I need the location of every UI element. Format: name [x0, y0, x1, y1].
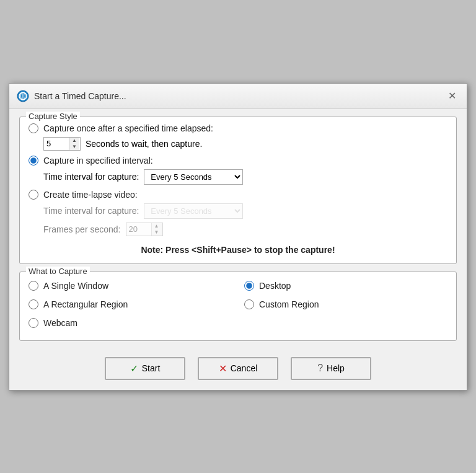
capture-style-label: Capture Style — [26, 112, 80, 121]
capture-style-group: Capture Style Capture once after a speci… — [19, 117, 457, 264]
cancel-icon: ✕ — [219, 363, 227, 374]
radio-desktop-input[interactable] — [244, 281, 254, 291]
dialog-window: Start a Timed Capture... ✕ Capture Style… — [9, 83, 467, 391]
frames-row: Frames per second: ▲ ▼ — [43, 223, 447, 236]
what-to-capture-group: What to Capture A Single Window Desktop … — [19, 272, 457, 341]
spin-arrows: ▲ ▼ — [69, 138, 79, 150]
close-button[interactable]: ✕ — [444, 89, 459, 104]
radio-rectangular-label: A Rectangular Region — [43, 299, 128, 309]
timelapse-interval-dropdown[interactable]: Every 5 Seconds Every 10 Seconds Every 3… — [144, 203, 243, 219]
radio-interval[interactable]: Capture in specified interval: — [29, 156, 447, 166]
title-bar: Start a Timed Capture... ✕ — [9, 84, 467, 109]
seconds-input[interactable] — [44, 138, 69, 149]
radio-single-window-input[interactable] — [29, 281, 38, 291]
radio-custom-region-label: Custom Region — [259, 299, 319, 309]
radio-interval-label: Capture in specified interval: — [43, 156, 153, 166]
radio-timelapse[interactable]: Create time-lapse video: — [29, 190, 447, 200]
radio-custom-region[interactable]: Custom Region — [244, 299, 447, 309]
start-icon: ✓ — [130, 363, 138, 374]
frames-spinner[interactable]: ▲ ▼ — [126, 223, 163, 236]
dialog-body: Capture Style Capture once after a speci… — [9, 109, 467, 351]
spin-up[interactable]: ▲ — [69, 138, 79, 144]
radio-rectangular-input[interactable] — [29, 299, 38, 309]
radio-once[interactable]: Capture once after a specified time elap… — [29, 123, 447, 133]
radio-webcam[interactable]: Webcam — [29, 318, 232, 328]
seconds-spinner[interactable]: ▲ ▼ — [43, 137, 81, 151]
help-icon: ? — [317, 363, 323, 374]
radio-rectangular[interactable]: A Rectangular Region — [29, 299, 232, 309]
radio-custom-region-input[interactable] — [244, 299, 254, 309]
seconds-label: Seconds to wait, then capture. — [86, 139, 202, 149]
what-to-capture-label: What to Capture — [26, 267, 90, 276]
timelapse-interval-row: Time interval for capture: Every 5 Secon… — [43, 203, 447, 219]
radio-webcam-label: Webcam — [43, 318, 77, 328]
radio-desktop[interactable]: Desktop — [244, 281, 447, 291]
cancel-label: Cancel — [231, 363, 258, 373]
radio-webcam-input[interactable] — [29, 318, 38, 328]
capture-options-grid: A Single Window Desktop A Rectangular Re… — [29, 281, 447, 332]
frames-spin-arrows: ▲ ▼ — [151, 223, 162, 236]
spin-down[interactable]: ▼ — [69, 144, 79, 150]
button-row: ✓ Start ✕ Cancel ? Help — [9, 351, 467, 390]
interval-time-label: Time interval for capture: — [43, 172, 139, 182]
once-sub-row: ▲ ▼ Seconds to wait, then capture. — [43, 137, 447, 151]
frames-input[interactable] — [126, 223, 151, 235]
app-icon — [17, 90, 29, 102]
frames-spin-up[interactable]: ▲ — [152, 223, 162, 229]
radio-interval-input[interactable] — [29, 156, 38, 166]
start-button[interactable]: ✓ Start — [105, 357, 185, 380]
cancel-button[interactable]: ✕ Cancel — [198, 357, 278, 380]
interval-sub-row: Time interval for capture: Every 5 Secon… — [43, 169, 447, 185]
radio-single-window[interactable]: A Single Window — [29, 281, 232, 291]
frames-label: Frames per second: — [43, 224, 121, 234]
radio-timelapse-label: Create time-lapse video: — [43, 190, 138, 200]
start-label: Start — [142, 363, 161, 373]
frames-spin-down[interactable]: ▼ — [152, 229, 162, 236]
help-label: Help — [327, 363, 345, 373]
help-button[interactable]: ? Help — [291, 357, 371, 380]
radio-timelapse-input[interactable] — [29, 190, 38, 200]
title-bar-left: Start a Timed Capture... — [17, 90, 126, 102]
radio-once-input[interactable] — [29, 123, 38, 133]
note-text: Note: Press <Shift+Pause> to stop the ca… — [29, 245, 447, 255]
radio-single-window-label: A Single Window — [43, 281, 108, 291]
dialog-title: Start a Timed Capture... — [34, 91, 126, 101]
timelapse-interval-label: Time interval for capture: — [43, 206, 139, 216]
radio-once-label: Capture once after a specified time elap… — [43, 123, 213, 133]
radio-desktop-label: Desktop — [259, 281, 291, 291]
interval-dropdown[interactable]: Every 5 Seconds Every 10 Seconds Every 3… — [144, 169, 243, 185]
